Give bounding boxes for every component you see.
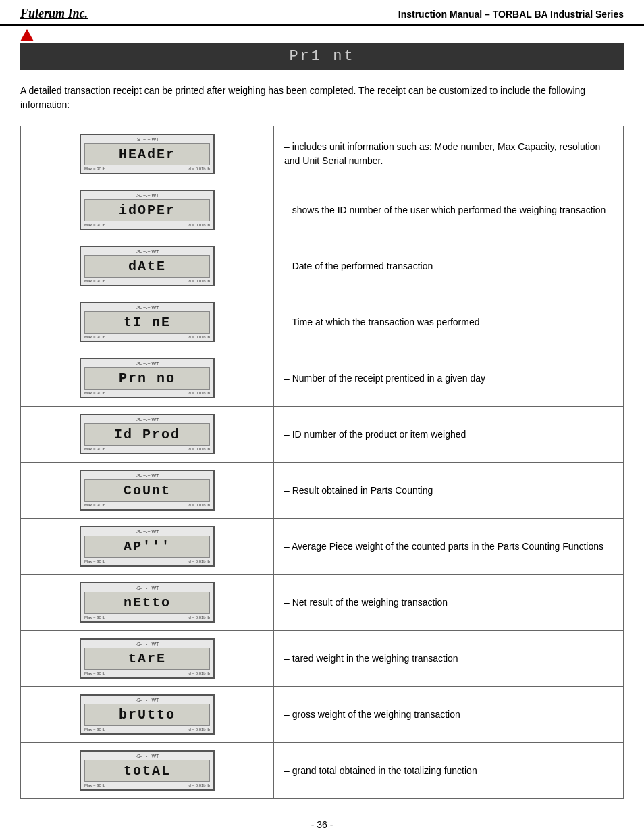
- display-max: Max = 30 lb: [84, 503, 105, 507]
- section-title-bar: Pr1 nt: [20, 43, 624, 70]
- page: Fulerum Inc. Instruction Manual – TORBAL…: [0, 0, 644, 834]
- display-resolution: d = 0.01b lb: [188, 783, 210, 787]
- display-max: Max = 30 lb: [84, 391, 105, 395]
- display-unit: -S- ~-~ WT CoUnt Max = 30 lb d = 0.01b l…: [80, 470, 215, 511]
- display-resolution: d = 0.01b lb: [188, 503, 210, 507]
- display-max: Max = 30 lb: [84, 671, 105, 675]
- display-top-indicators: -S- ~-~ WT: [84, 754, 210, 758]
- display-unit: -S- ~-~ WT brUtto Max = 30 lb d = 0.01b …: [80, 694, 215, 735]
- display-bottom-bar: Max = 30 lb d = 0.01b lb: [84, 783, 210, 787]
- table-row: -S- ~-~ WT tI nE Max = 30 lb d = 0.01b l…: [21, 294, 624, 350]
- display-screen: CoUnt: [84, 479, 210, 502]
- display-max: Max = 30 lb: [84, 223, 105, 227]
- display-bottom-bar: Max = 30 lb d = 0.01b lb: [84, 391, 210, 395]
- display-top-indicators: -S- ~-~ WT: [84, 642, 210, 646]
- display-bottom-bar: Max = 30 lb d = 0.01b lb: [84, 167, 210, 171]
- display-unit: -S- ~-~ WT dAtE Max = 30 lb d = 0.01b lb: [80, 246, 215, 286]
- red-triangle-icon: [20, 29, 34, 41]
- display-unit: -S- ~-~ WT idOPEr Max = 30 lb d = 0.01b …: [80, 190, 215, 230]
- display-bottom-bar: Max = 30 lb d = 0.01b lb: [84, 727, 210, 731]
- display-resolution: d = 0.01b lb: [188, 391, 210, 395]
- table-row: -S- ~-~ WT dAtE Max = 30 lb d = 0.01b lb…: [21, 238, 624, 294]
- table-row: -S- ~-~ WT idOPEr Max = 30 lb d = 0.01b …: [21, 182, 624, 238]
- table-row: -S- ~-~ WT nEtto Max = 30 lb d = 0.01b l…: [21, 575, 624, 631]
- display-max: Max = 30 lb: [84, 279, 105, 283]
- display-cell-0: -S- ~-~ WT HEAdEr Max = 30 lb d = 0.01b …: [21, 126, 274, 182]
- display-bottom-bar: Max = 30 lb d = 0.01b lb: [84, 335, 210, 339]
- description-cell-8: – Net result of the weighing transaction: [274, 575, 624, 631]
- table-row: -S- ~-~ WT CoUnt Max = 30 lb d = 0.01b l…: [21, 463, 624, 519]
- display-bottom-bar: Max = 30 lb d = 0.01b lb: [84, 503, 210, 507]
- display-resolution: d = 0.01b lb: [188, 335, 210, 339]
- table-row: -S- ~-~ WT Id Prod Max = 30 lb d = 0.01b…: [21, 407, 624, 463]
- display-bottom-bar: Max = 30 lb d = 0.01b lb: [84, 223, 210, 227]
- description-cell-10: – gross weight of the weighing transacti…: [274, 687, 624, 743]
- display-bottom-bar: Max = 30 lb d = 0.01b lb: [84, 615, 210, 619]
- display-top-indicators: -S- ~-~ WT: [84, 361, 210, 366]
- display-bottom-bar: Max = 30 lb d = 0.01b lb: [84, 447, 210, 451]
- display-cell-8: -S- ~-~ WT nEtto Max = 30 lb d = 0.01b l…: [21, 575, 274, 631]
- display-screen: totAL: [84, 760, 210, 782]
- display-max: Max = 30 lb: [84, 727, 105, 731]
- display-resolution: d = 0.01b lb: [188, 223, 210, 227]
- display-top-indicators: -S- ~-~ WT: [84, 585, 210, 590]
- display-bottom-bar: Max = 30 lb d = 0.01b lb: [84, 559, 210, 563]
- description-cell-11: – grand total obtained in the totalizing…: [274, 743, 624, 799]
- intro-text: A detailed transaction receipt can be pr…: [20, 85, 585, 110]
- table-row: -S- ~-~ WT Prn no Max = 30 lb d = 0.01b …: [21, 350, 624, 407]
- display-top-indicators: -S- ~-~ WT: [84, 698, 210, 702]
- display-screen: idOPEr: [84, 199, 210, 221]
- display-top-indicators: -S- ~-~ WT: [84, 529, 210, 534]
- display-screen: Prn no: [84, 367, 210, 390]
- display-screen: HEAdEr: [84, 143, 210, 165]
- display-resolution: d = 0.01b lb: [188, 279, 210, 283]
- display-unit: -S- ~-~ WT tI nE Max = 30 lb d = 0.01b l…: [80, 302, 215, 342]
- display-unit: -S- ~-~ WT Prn no Max = 30 lb d = 0.01b …: [80, 358, 215, 398]
- display-cell-1: -S- ~-~ WT idOPEr Max = 30 lb d = 0.01b …: [21, 182, 274, 238]
- display-unit: -S- ~-~ WT AP''' Max = 30 lb d = 0.01b l…: [80, 526, 215, 567]
- display-cell-9: -S- ~-~ WT tArE Max = 30 lb d = 0.01b lb: [21, 631, 274, 687]
- display-top-indicators: -S- ~-~ WT: [84, 417, 210, 422]
- description-cell-1: – shows the ID number of the user which …: [274, 182, 624, 238]
- description-cell-2: – Date of the performed transaction: [274, 238, 624, 294]
- display-max: Max = 30 lb: [84, 167, 105, 171]
- display-resolution: d = 0.01b lb: [188, 727, 210, 731]
- display-unit: -S- ~-~ WT Id Prod Max = 30 lb d = 0.01b…: [80, 414, 215, 454]
- display-resolution: d = 0.01b lb: [188, 559, 210, 563]
- display-screen: Id Prod: [84, 423, 210, 446]
- table-row: -S- ~-~ WT HEAdEr Max = 30 lb d = 0.01b …: [21, 126, 624, 182]
- display-screen: dAtE: [84, 255, 210, 278]
- manual-title: Instruction Manual – TORBAL BA Industria…: [398, 9, 624, 20]
- description-cell-9: – tared weight in the weighing transacti…: [274, 631, 624, 687]
- table-row: -S- ~-~ WT AP''' Max = 30 lb d = 0.01b l…: [21, 519, 624, 575]
- display-unit: -S- ~-~ WT tArE Max = 30 lb d = 0.01b lb: [80, 638, 215, 679]
- display-top-indicators: -S- ~-~ WT: [84, 473, 210, 478]
- table-row: -S- ~-~ WT tArE Max = 30 lb d = 0.01b lb…: [21, 631, 624, 687]
- display-resolution: d = 0.01b lb: [188, 447, 210, 451]
- display-screen: tArE: [84, 648, 210, 670]
- page-header: Fulerum Inc. Instruction Manual – TORBAL…: [0, 0, 644, 26]
- display-screen: tI nE: [84, 311, 210, 334]
- page-footer: - 36 -: [0, 819, 644, 834]
- table-row: -S- ~-~ WT brUtto Max = 30 lb d = 0.01b …: [21, 687, 624, 743]
- display-resolution: d = 0.01b lb: [188, 671, 210, 675]
- description-cell-7: – Average Piece weight of the counted pa…: [274, 519, 624, 575]
- intro-paragraph: A detailed transaction receipt can be pr…: [20, 84, 624, 112]
- display-screen: AP''': [84, 536, 210, 558]
- display-unit: -S- ~-~ WT totAL Max = 30 lb d = 0.01b l…: [80, 750, 215, 791]
- display-cell-2: -S- ~-~ WT dAtE Max = 30 lb d = 0.01b lb: [21, 238, 274, 294]
- display-cell-4: -S- ~-~ WT Prn no Max = 30 lb d = 0.01b …: [21, 350, 274, 407]
- display-bottom-bar: Max = 30 lb d = 0.01b lb: [84, 671, 210, 675]
- display-max: Max = 30 lb: [84, 615, 105, 619]
- description-cell-3: – Time at which the transaction was perf…: [274, 294, 624, 350]
- display-max: Max = 30 lb: [84, 559, 105, 563]
- display-top-indicators: -S- ~-~ WT: [84, 193, 210, 198]
- display-screen: brUtto: [84, 704, 210, 726]
- page-number: - 36 -: [311, 819, 333, 830]
- display-cell-10: -S- ~-~ WT brUtto Max = 30 lb d = 0.01b …: [21, 687, 274, 743]
- display-resolution: d = 0.01b lb: [188, 167, 210, 171]
- display-top-indicators: -S- ~-~ WT: [84, 305, 210, 310]
- display-unit: -S- ~-~ WT nEtto Max = 30 lb d = 0.01b l…: [80, 582, 215, 623]
- display-resolution: d = 0.01b lb: [188, 615, 210, 619]
- display-cell-3: -S- ~-~ WT tI nE Max = 30 lb d = 0.01b l…: [21, 294, 274, 350]
